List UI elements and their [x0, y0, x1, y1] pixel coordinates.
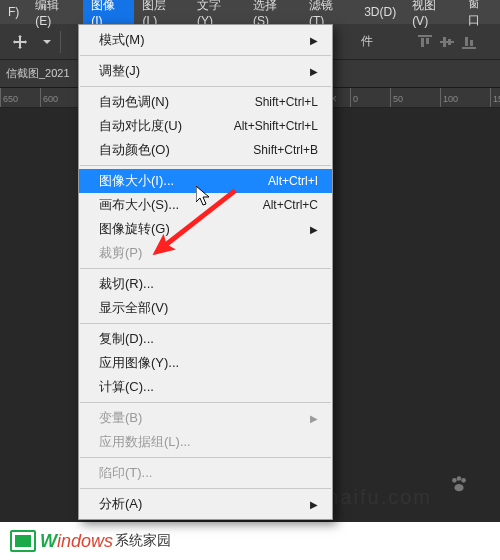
menu-item[interactable]: 自动色调(N)Shift+Ctrl+L — [79, 90, 332, 114]
ruler-close-icon[interactable]: × — [330, 88, 350, 107]
menu-item[interactable]: 模式(M)▶ — [79, 28, 332, 52]
menu-item-label: 陷印(T)... — [99, 464, 318, 482]
menu-item: 变量(B)▶ — [79, 406, 332, 430]
menu-item-label: 应用图像(Y)... — [99, 354, 318, 372]
menu-item[interactable]: 应用图像(Y)... — [79, 351, 332, 375]
brand-text: Windows — [40, 531, 113, 552]
menu-item-label: 变量(B) — [99, 409, 310, 427]
paw-icon — [448, 473, 470, 500]
cursor-icon — [196, 186, 212, 212]
ruler-tick: 0 — [350, 88, 390, 107]
submenu-arrow-icon: ▶ — [310, 499, 318, 510]
align-vcenter-icon[interactable] — [440, 35, 454, 49]
menu-separator — [80, 402, 331, 403]
menu-item: 裁剪(P) — [79, 241, 332, 265]
menu-separator — [80, 165, 331, 166]
move-tool-icon[interactable] — [6, 28, 34, 56]
menu-image[interactable]: 图像(I) — [83, 0, 134, 24]
menu-separator — [80, 55, 331, 56]
dropdown-icon[interactable] — [40, 28, 54, 56]
menu-item-label: 图像大小(I)... — [99, 172, 268, 190]
menu-view[interactable]: 视图(V) — [404, 0, 460, 24]
menu-item[interactable]: 调整(J)▶ — [79, 59, 332, 83]
image-menu-dropdown: 模式(M)▶调整(J)▶自动色调(N)Shift+Ctrl+L自动对比度(U)A… — [78, 24, 333, 520]
menu-3d[interactable]: 3D(D) — [356, 0, 404, 24]
brand-suffix: 系统家园 — [115, 532, 171, 550]
align-top-icon[interactable] — [418, 35, 432, 49]
menu-item-shortcut: Alt+Ctrl+C — [263, 198, 318, 212]
menu-item[interactable]: 计算(C)... — [79, 375, 332, 399]
menu-item-shortcut: Shift+Ctrl+L — [255, 95, 318, 109]
menu-item-label: 应用数据组(L)... — [99, 433, 318, 451]
submenu-arrow-icon: ▶ — [310, 35, 318, 46]
menu-item-label: 自动色调(N) — [99, 93, 255, 111]
document-tab-title: 信截图_2021 — [6, 66, 70, 81]
menu-item[interactable]: 自动对比度(U)Alt+Shift+Ctrl+L — [79, 114, 332, 138]
menu-item[interactable]: 裁切(R)... — [79, 272, 332, 296]
menu-item[interactable]: 分析(A)▶ — [79, 492, 332, 516]
menu-separator — [80, 488, 331, 489]
menu-item-shortcut: Alt+Shift+Ctrl+L — [234, 119, 318, 133]
svg-rect-9 — [470, 40, 473, 46]
ruler-tick: 100 — [440, 88, 490, 107]
menu-filter[interactable]: 滤镜(T) — [301, 0, 356, 24]
menu-item-label: 裁剪(P) — [99, 244, 318, 262]
menu-item[interactable]: 复制(D)... — [79, 327, 332, 351]
toolbar-hint: 件 — [361, 33, 373, 50]
align-bottom-icon[interactable] — [462, 35, 476, 49]
svg-rect-1 — [418, 35, 432, 37]
menu-item-label: 显示全部(V) — [99, 299, 318, 317]
menu-item: 陷印(T)... — [79, 461, 332, 485]
ruler-tick: 50 — [390, 88, 440, 107]
svg-rect-7 — [462, 47, 476, 49]
menu-item-label: 调整(J) — [99, 62, 310, 80]
menu-separator — [80, 268, 331, 269]
windows-logo-icon — [10, 530, 36, 552]
menu-separator — [80, 457, 331, 458]
menu-item-label: 裁切(R)... — [99, 275, 318, 293]
svg-rect-2 — [421, 38, 424, 47]
svg-point-11 — [457, 476, 462, 481]
menu-item-label: 复制(D)... — [99, 330, 318, 348]
svg-point-13 — [454, 484, 463, 491]
menu-item[interactable]: 自动颜色(O)Shift+Ctrl+B — [79, 138, 332, 162]
submenu-arrow-icon: ▶ — [310, 413, 318, 424]
menu-layer[interactable]: 图层(L) — [134, 0, 189, 24]
menu-item: 应用数据组(L)... — [79, 430, 332, 454]
svg-rect-3 — [426, 38, 429, 44]
menu-item-label: 分析(A) — [99, 495, 310, 513]
menu-window[interactable]: 窗口 — [460, 0, 500, 24]
svg-point-12 — [461, 478, 466, 483]
menu-edit[interactable]: 编辑(E) — [27, 0, 83, 24]
menu-item-shortcut: Shift+Ctrl+B — [253, 143, 318, 157]
menubar: F) 编辑(E) 图像(I) 图层(L) 文字(Y) 选择(S) 滤镜(T) 3… — [0, 0, 500, 24]
footer-branding: Windows 系统家园 — [0, 522, 500, 560]
ruler-tick: 650 — [0, 88, 40, 107]
menu-separator — [80, 86, 331, 87]
ruler-tick: 150 — [490, 88, 500, 107]
svg-rect-5 — [443, 37, 446, 47]
menu-item-shortcut: Alt+Ctrl+I — [268, 174, 318, 188]
menu-item-label: 自动对比度(U) — [99, 117, 234, 135]
menu-item-label: 计算(C)... — [99, 378, 318, 396]
menu-item-label: 自动颜色(O) — [99, 141, 253, 159]
svg-rect-8 — [465, 37, 468, 46]
svg-point-10 — [452, 478, 457, 483]
menu-separator — [80, 323, 331, 324]
submenu-arrow-icon: ▶ — [310, 66, 318, 77]
svg-rect-6 — [448, 39, 451, 45]
menu-type[interactable]: 文字(Y) — [189, 0, 245, 24]
submenu-arrow-icon: ▶ — [310, 224, 318, 235]
menu-file[interactable]: F) — [0, 0, 27, 24]
menu-item-label: 模式(M) — [99, 31, 310, 49]
svg-rect-4 — [440, 41, 454, 43]
menu-item[interactable]: 显示全部(V) — [79, 296, 332, 320]
menu-select[interactable]: 选择(S) — [245, 0, 301, 24]
toolbar-separator — [60, 31, 61, 53]
align-group — [418, 35, 500, 49]
